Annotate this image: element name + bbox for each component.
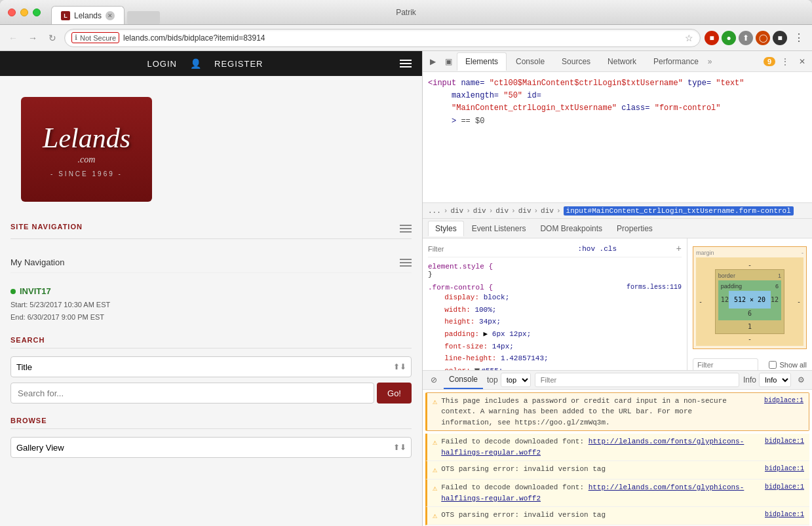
box-model-content: 512 × 20 (729, 291, 771, 309)
login-link[interactable]: LOGIN (147, 59, 177, 69)
border-bottom: 1 (718, 322, 781, 331)
console-settings-button[interactable]: ⚙ (795, 374, 807, 386)
elements-tab[interactable]: Elements (457, 52, 507, 71)
box-model-margin: - - border 1 (696, 257, 803, 346)
extension-icon-4[interactable]: ◯ (756, 31, 770, 45)
styles-filter-input[interactable] (428, 245, 518, 253)
back-button[interactable]: ← (5, 30, 21, 46)
my-navigation-item[interactable]: My Navigation (10, 252, 412, 273)
my-nav-hamburger-icon[interactable] (400, 259, 412, 267)
css-height: height: 34px; (428, 316, 682, 328)
top-select[interactable]: top (501, 373, 531, 387)
extension-icon-3[interactable]: ⬆ (739, 31, 753, 45)
search-input[interactable] (10, 383, 374, 404)
properties-subtab[interactable]: Properties (610, 221, 659, 236)
maximize-button[interactable] (33, 9, 41, 16)
warning-icon: ⚠ (433, 396, 437, 408)
msg-text-1: Failed to decode downloaded font: http:/… (441, 436, 748, 458)
event-listeners-subtab[interactable]: Event Listeners (465, 221, 533, 236)
css-file-link[interactable]: forms.less:119 (627, 284, 682, 291)
msg-source-4[interactable]: bidplace:1 (752, 510, 804, 519)
device-mode-icon[interactable]: ▣ (441, 54, 455, 69)
dom-line-4: > == $0 (428, 115, 807, 128)
active-tab[interactable]: L Lelands ✕ (51, 6, 125, 24)
padding-left: 12 (721, 296, 729, 303)
computed-filter-input[interactable] (693, 358, 758, 370)
box-model-outer: margin - - - border 1 (693, 246, 807, 349)
search-section: SEARCH Title ⬆⬇ Go! (10, 336, 412, 404)
nav-hamburger-icon[interactable] (400, 225, 412, 233)
show-all-checkbox[interactable] (769, 361, 777, 369)
msg-source-3[interactable]: bidplace:1 (752, 482, 804, 492)
website-content: LOGIN 👤 REGISTER (0, 51, 422, 526)
main-warning-source[interactable]: bidplace:1 (751, 396, 803, 405)
console-msg-2: ⚠ OTS parsing error: invalid version tag… (425, 461, 809, 479)
register-link[interactable]: REGISTER (214, 59, 263, 69)
not-secure-badge: ℹ Not Secure (71, 32, 119, 43)
close-button[interactable] (8, 9, 16, 16)
devtools-close-button[interactable]: ✕ (795, 54, 809, 69)
css-display: display: block; (428, 291, 682, 304)
address-bar[interactable]: ℹ Not Secure lelands.com/bids/bidplace?i… (64, 29, 701, 47)
bookmark-icon[interactable]: ☆ (685, 33, 693, 43)
site-logo: Lelands .com - SINCE 1969 - (21, 97, 152, 202)
dom-line-2: maxlength= "50" id= (428, 90, 807, 102)
browse-section: BROWSE Gallery View ⬆⬇ (10, 417, 412, 458)
hov-cls-buttons[interactable]: :hov .cls (578, 245, 617, 253)
search-category-select[interactable]: Title (10, 356, 412, 377)
extension-icon-1[interactable]: ■ (705, 31, 719, 45)
site-nav-title: SITE NAVIGATION (10, 223, 83, 235)
sources-tab[interactable]: Sources (554, 52, 598, 71)
browse-view-select[interactable]: Gallery View (10, 437, 412, 458)
content-size: 512 × 20 (734, 296, 765, 303)
breadcrumb-div-3[interactable]: div (495, 207, 509, 215)
css-color: color: #555; (428, 365, 682, 369)
forward-button[interactable]: → (25, 30, 41, 46)
margin-bottom: - (699, 334, 801, 343)
hamburger-icon[interactable] (400, 60, 412, 67)
styles-subtab[interactable]: Styles (428, 221, 464, 236)
tab-close-button[interactable]: ✕ (106, 11, 115, 20)
minimize-button[interactable] (20, 9, 28, 16)
sidebar: Lelands .com - SINCE 1969 - SITE NAVIGAT… (0, 76, 422, 526)
devtools-more-options[interactable]: ⋮ (778, 54, 792, 69)
padding-middle: 12 512 × 20 12 (721, 291, 779, 309)
breadcrumb-input-selected[interactable]: input#MainContent_ctrlLogin_txtUsername.… (564, 206, 794, 216)
extension-icon-5[interactable]: ■ (773, 31, 787, 45)
new-tab-area (127, 11, 160, 24)
margin-top: - (699, 260, 801, 269)
add-style-button[interactable]: + (676, 244, 682, 254)
breadcrumb-div-2[interactable]: div (473, 207, 486, 215)
info-select[interactable]: Info (759, 373, 791, 387)
console-filter-input[interactable] (535, 373, 739, 387)
msg-source-1[interactable]: bidplace:1 (752, 436, 804, 446)
search-go-button[interactable]: Go! (377, 383, 412, 404)
nav-center: LOGIN 👤 REGISTER (10, 58, 400, 69)
console-tab[interactable]: Console (508, 52, 552, 71)
search-title: SEARCH (10, 336, 412, 348)
msg-source-2[interactable]: bidplace:1 (752, 464, 804, 474)
computed-filter-row: Show all (693, 356, 807, 370)
dom-breakpoints-subtab[interactable]: DOM Breakpoints (533, 221, 609, 236)
main-warning-text: This page includes a password or credit … (441, 396, 747, 428)
tab-favicon: L (61, 11, 70, 20)
console-clear-button[interactable]: ⊘ (428, 374, 440, 386)
toolbar-icons: ■ ● ⬆ ◯ ■ (705, 31, 787, 45)
network-tab[interactable]: Network (600, 52, 644, 71)
auction-name[interactable]: INVIT17 (20, 286, 51, 296)
breadcrumb-div-1[interactable]: div (450, 207, 463, 215)
console-tab-label[interactable]: Console (444, 371, 483, 389)
inspect-element-icon[interactable]: ▶ (425, 54, 440, 69)
msg-text-3: Failed to decode downloaded font: http:/… (441, 482, 748, 504)
refresh-button[interactable]: ↻ (45, 30, 60, 46)
box-model-padding: padding 6 12 512 × 20 (718, 280, 781, 320)
form-control-selector: .form-control { (428, 284, 493, 291)
breadcrumb-div-4[interactable]: div (518, 207, 532, 215)
more-tabs-button[interactable]: » (708, 57, 712, 66)
breadcrumb-div-5[interactable]: div (541, 207, 554, 215)
top-label: top (487, 375, 498, 385)
extension-icon-2[interactable]: ● (722, 31, 736, 45)
dom-line-3: "MainContent_ctrlLogin_txtUsername" clas… (428, 102, 807, 115)
performance-tab[interactable]: Performance (646, 52, 706, 71)
more-options-button[interactable]: ⋮ (791, 30, 807, 45)
